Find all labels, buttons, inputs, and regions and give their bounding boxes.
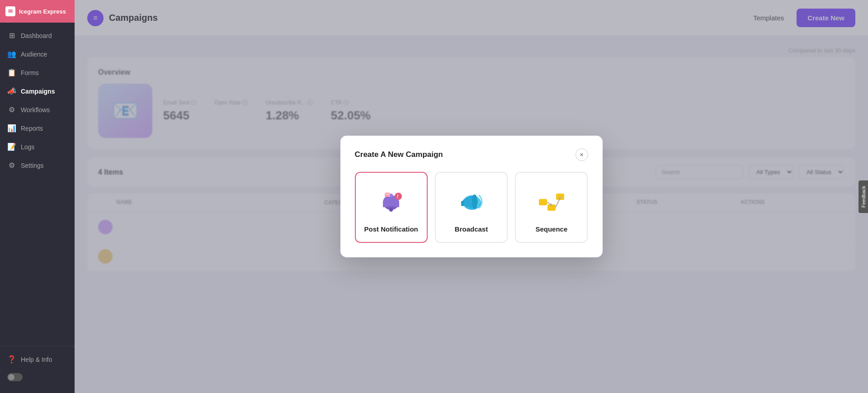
option-post-notification[interactable]: ! Post Notification	[355, 172, 428, 243]
sidebar-label-forms: Forms	[21, 69, 39, 76]
sidebar-item-dashboard[interactable]: ⊞ Dashboard	[0, 26, 75, 45]
sidebar-item-audience[interactable]: 👥 Audience	[0, 45, 75, 63]
audience-icon: 👥	[7, 50, 16, 58]
sidebar-brand[interactable]: ✉ Icegram Express	[0, 0, 75, 23]
broadcast-label: Broadcast	[455, 225, 488, 233]
sidebar-label-dashboard: Dashboard	[21, 32, 52, 39]
toggle-track[interactable]	[7, 373, 23, 381]
svg-rect-9	[461, 201, 464, 206]
sidebar-label-audience: Audience	[21, 51, 47, 58]
sidebar-item-reports[interactable]: 📊 Reports	[0, 119, 75, 137]
option-sequence[interactable]: Sequence	[515, 172, 588, 243]
post-notification-label: Post Notification	[364, 225, 418, 233]
brand-icon: ✉	[5, 6, 15, 16]
sidebar-label-settings: Settings	[21, 162, 44, 169]
brand-label: Icegram Express	[19, 8, 66, 15]
logs-icon: 📝	[7, 142, 16, 151]
dashboard-icon: ⊞	[7, 31, 16, 40]
sidebar-item-campaigns[interactable]: 📣 Campaigns	[0, 82, 75, 100]
sidebar-bottom: ❓ Help & Info	[0, 346, 75, 393]
sidebar-label-logs: Logs	[21, 143, 34, 151]
theme-toggle[interactable]	[0, 369, 75, 386]
sidebar-label-workflows: Workflows	[21, 106, 50, 114]
workflows-icon: ⚙	[7, 105, 16, 114]
option-broadcast[interactable]: Broadcast	[435, 172, 508, 243]
sidebar-label-help: Help & Info	[21, 356, 52, 363]
reports-icon: 📊	[7, 124, 16, 133]
toggle-thumb	[8, 374, 14, 380]
modal-dialog: Create A New Campaign ×	[340, 136, 603, 257]
sidebar-item-logs[interactable]: 📝 Logs	[0, 137, 75, 156]
sidebar-item-help[interactable]: ❓ Help & Info	[0, 350, 75, 369]
sidebar-nav: ⊞ Dashboard 👥 Audience 📋 Forms 📣 Campaig…	[0, 23, 75, 346]
feedback-tab[interactable]: Feedback	[859, 180, 868, 213]
sequence-icon	[535, 185, 568, 218]
modal-title: Create A New Campaign	[355, 150, 443, 159]
main-content: ≡ Campaigns Templates Create New Compare…	[75, 0, 868, 393]
help-icon: ❓	[7, 355, 16, 364]
modal-header: Create A New Campaign ×	[355, 148, 588, 161]
sequence-label: Sequence	[535, 225, 567, 233]
sidebar-label-campaigns: Campaigns	[21, 88, 55, 95]
sidebar-item-settings[interactable]: ⚙ Settings	[0, 156, 75, 175]
modal-overlay[interactable]: Create A New Campaign ×	[75, 0, 868, 393]
svg-point-8	[472, 194, 477, 209]
svg-rect-10	[539, 199, 547, 205]
forms-icon: 📋	[7, 68, 16, 77]
post-notification-icon: !	[375, 185, 407, 218]
modal-options: ! Post Notification	[355, 172, 588, 243]
sidebar-item-forms[interactable]: 📋 Forms	[0, 63, 75, 82]
broadcast-icon	[455, 185, 487, 218]
modal-close-button[interactable]: ×	[576, 148, 588, 161]
svg-point-3	[389, 208, 393, 212]
campaigns-icon: 📣	[7, 87, 16, 95]
settings-icon: ⚙	[7, 161, 16, 170]
svg-text:!: !	[397, 194, 398, 199]
sidebar: ✉ Icegram Express ⊞ Dashboard 👥 Audience…	[0, 0, 75, 393]
sidebar-label-reports: Reports	[21, 125, 43, 132]
sidebar-item-workflows[interactable]: ⚙ Workflows	[0, 100, 75, 119]
